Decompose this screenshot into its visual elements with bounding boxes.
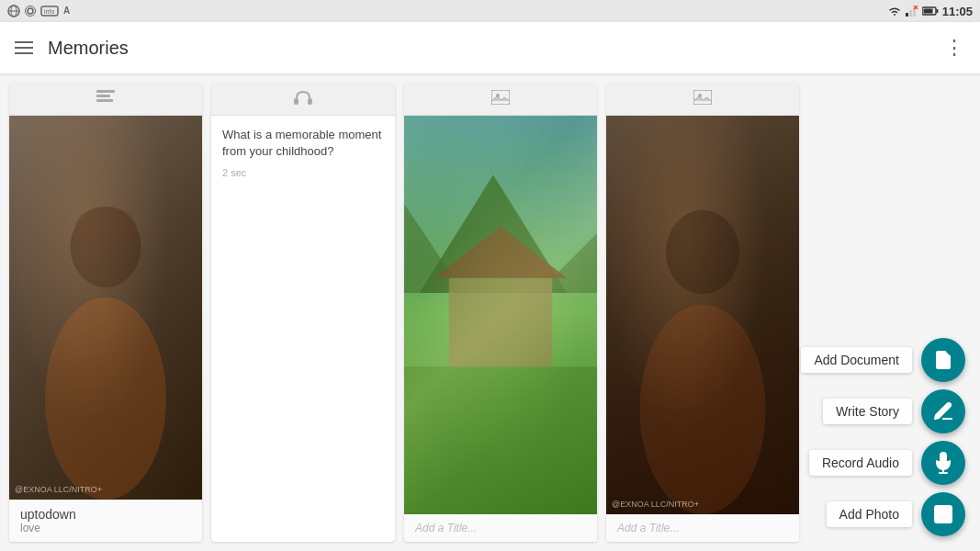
record-audio-label: Record Audio — [809, 450, 912, 476]
box-icon: info A — [40, 4, 74, 18]
dark-box-icon: A — [62, 7, 74, 18]
memory-card-3[interactable]: Add a Title... — [404, 83, 597, 542]
svg-point-3 — [28, 8, 33, 14]
image-icon-1 — [491, 90, 510, 108]
card-3-title-placeholder: Add a Title... — [415, 522, 586, 534]
a-icon-status: A — [62, 4, 74, 17]
globe-icon — [7, 5, 20, 17]
write-icon — [932, 400, 954, 422]
card-1-image: @EXNOA LLC/NITRO+ — [9, 116, 202, 500]
app-title: Memories — [48, 38, 129, 59]
svg-point-20 — [45, 298, 166, 500]
record-audio-button[interactable] — [921, 441, 965, 485]
card-1-footer: uptodown love — [9, 500, 202, 542]
status-bar: info A 11:05 — [0, 0, 980, 22]
memory-card-1[interactable]: @EXNOA LLC/NITRO+ uptodown love — [9, 83, 202, 542]
card-2-timestamp: 2 sec — [222, 167, 384, 178]
memory-card-2[interactable]: What is a memorable moment from your chi… — [211, 83, 395, 542]
info-icon-status: info — [40, 6, 59, 17]
photo-icon — [932, 503, 954, 525]
time-display: 11:05 — [942, 5, 973, 18]
app-bar-left: Memories — [15, 38, 129, 59]
main-content: @EXNOA LLC/NITRO+ uptodown love What is — [0, 73, 980, 551]
battery-icon — [922, 6, 939, 17]
card-4-footer: Add a Title... — [606, 514, 799, 542]
write-story-button[interactable] — [921, 389, 965, 433]
card-2-header — [211, 83, 395, 116]
svg-rect-33 — [404, 366, 597, 514]
card-3-footer: Add a Title... — [404, 514, 597, 542]
svg-point-22 — [75, 207, 136, 247]
settings-icon-status — [24, 5, 37, 17]
card-1-subtitle: love — [20, 522, 191, 534]
add-document-label: Add Document — [801, 347, 912, 373]
status-bar-right: 11:05 — [887, 5, 973, 18]
write-story-label: Write Story — [823, 399, 912, 424]
signal-icon — [906, 6, 918, 17]
svg-rect-23 — [294, 98, 299, 105]
status-bar-left: info A — [7, 4, 74, 18]
add-photo-button[interactable] — [921, 492, 965, 536]
image-icon-2 — [693, 90, 712, 108]
card-4-image: @EXNOA LLC/NITRO+ — [606, 116, 799, 514]
fab-add-photo: Add Photo — [827, 492, 965, 536]
document-icon — [932, 349, 954, 371]
svg-rect-16 — [96, 90, 115, 93]
svg-point-4 — [26, 6, 36, 17]
hamburger-menu-button[interactable] — [15, 41, 33, 54]
add-photo-label: Add Photo — [827, 501, 912, 527]
headphone-icon — [294, 90, 312, 108]
add-document-button[interactable] — [921, 338, 965, 382]
svg-rect-34 — [693, 90, 712, 105]
memory-card-4[interactable]: @EXNOA LLC/NITRO+ Add a Title... — [606, 83, 799, 542]
svg-rect-31 — [449, 278, 553, 366]
mic-icon — [932, 452, 954, 474]
wifi-icon — [887, 6, 902, 17]
card-2-text: What is a memorable moment from your chi… — [211, 116, 395, 189]
card-3-header — [404, 83, 597, 116]
fab-write-story: Write Story — [823, 389, 965, 433]
svg-point-37 — [639, 305, 765, 514]
svg-rect-25 — [491, 90, 510, 105]
fab-menu: Add Document Write Story — [801, 338, 965, 536]
svg-rect-8 — [906, 13, 908, 17]
card-1-name: uptodown — [20, 507, 191, 522]
card-4-watermark: @EXNOA LLC/NITRO+ — [612, 500, 699, 509]
fab-add-document: Add Document — [801, 338, 965, 382]
card-3-image — [404, 116, 597, 514]
svg-rect-17 — [96, 95, 110, 97]
card-2-question: What is a memorable moment from your chi… — [222, 127, 384, 160]
app-bar: Memories ⋮ — [0, 22, 980, 73]
svg-point-38 — [666, 210, 739, 294]
svg-text:info: info — [44, 8, 54, 15]
fab-record-audio: Record Audio — [809, 441, 965, 485]
svg-rect-9 — [909, 10, 912, 17]
card-4-title-placeholder: Add a Title... — [617, 522, 788, 534]
svg-text:A: A — [63, 6, 70, 16]
card-1-header — [9, 83, 202, 116]
svg-rect-24 — [308, 98, 312, 105]
svg-rect-14 — [936, 9, 938, 13]
svg-rect-15 — [923, 9, 932, 14]
svg-rect-18 — [96, 99, 113, 102]
more-options-button[interactable]: ⋮ — [944, 36, 965, 60]
card-1-watermark: @EXNOA LLC/NITRO+ — [15, 485, 102, 494]
card-4-header — [606, 83, 799, 116]
text-type-icon — [96, 90, 115, 108]
svg-point-44 — [939, 510, 941, 512]
